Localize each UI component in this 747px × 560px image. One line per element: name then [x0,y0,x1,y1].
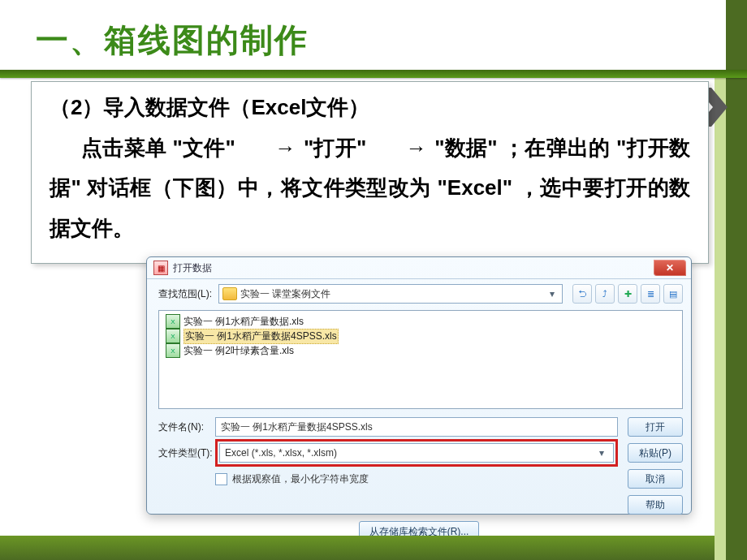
app-glyph: ▦ [158,264,165,273]
instruction-subtitle: （2）导入数据文件（Excel文件） [50,93,690,122]
lookin-value: 实验一 课堂案例文件 [240,287,330,301]
t: "文件" [173,136,235,160]
cancel-button[interactable]: 取消 [628,469,683,489]
filename-input[interactable]: 实验一 例1水稻产量数据4SPSS.xls [215,417,618,437]
t: "Excel" [438,175,513,200]
filetype-highlight: Excel (*.xls, *.xlsx, *.xlsm) ▾ [215,439,618,467]
new-folder-button[interactable]: ✚ [618,284,637,304]
close-button[interactable]: ✕ [654,260,686,276]
close-icon: ✕ [666,262,674,274]
filename-label: 文件名(N): [158,420,215,434]
detail-icon: ▤ [669,289,677,299]
open-button[interactable]: 打开 [628,417,683,437]
arrow-icon: → [374,128,427,168]
list-view-button[interactable]: ≣ [641,284,660,304]
filetype-value: Excel (*.xls, *.xlsx, *.xlsm) [225,447,337,459]
file-name: 实验一 例1水稻产量数据.xls [184,315,304,329]
t: "数据" [434,136,497,160]
toolbar-icons: ⮌ ⤴ ✚ ≣ ▤ [572,284,683,304]
minimize-checkbox[interactable] [215,473,227,485]
details-view-button[interactable]: ▤ [663,284,683,304]
list-icon: ≣ [647,289,654,299]
xls-icon: X [166,314,180,329]
footer-bar [0,536,715,560]
instruction-box: （2）导入数据文件（Excel文件） 点击菜单 "文件" → "打开" → "数… [31,81,709,264]
dialog-title: 打开数据 [173,261,212,275]
folder-icon [222,287,237,300]
lookin-field[interactable]: 实验一 课堂案例文件 ▾ [218,284,563,304]
back-icon: ⮌ [578,289,587,299]
file-name: 实验一 例1水稻产量数据4SPSS.xls [184,329,339,344]
file-item-selected[interactable]: X 实验一 例1水稻产量数据4SPSS.xls [164,329,340,343]
help-button[interactable]: 帮助 [628,495,683,515]
filename-value: 实验一 例1水稻产量数据4SPSS.xls [221,420,373,434]
chevron-down-icon[interactable]: ▾ [595,447,608,459]
xls-icon: X [166,343,180,358]
right-rail-dark [726,0,747,560]
up-folder-button[interactable]: ⤴ [595,284,615,304]
lookin-row: 查找范围(L): 实验一 课堂案例文件 ▾ ⮌ ⤴ ✚ ≣ ▤ [147,279,691,307]
file-item[interactable]: X 实验一 例1水稻产量数据.xls [164,314,305,329]
t: 对话框（下图）中，将文件类型改为 [87,175,430,200]
back-button[interactable]: ⮌ [572,284,592,304]
open-data-dialog: ▦ 打开数据 ✕ 查找范围(L): 实验一 课堂案例文件 ▾ ⮌ ⤴ ✚ ≣ ▤… [146,256,692,515]
file-list[interactable]: X 实验一 例1水稻产量数据.xls X 实验一 例1水稻产量数据4SPSS.x… [158,310,683,409]
t: ；在弹出的 [503,136,610,160]
chevron-down-icon[interactable]: ▾ [546,288,559,299]
filetype-select[interactable]: Excel (*.xls, *.xlsx, *.xlsm) ▾ [219,443,614,463]
xls-icon: X [166,329,180,343]
bottom-area: 文件名(N): 实验一 例1水稻产量数据4SPSS.xls 打开 文件类型(T)… [147,409,691,516]
minimize-label: 根据观察值，最小化字符串宽度 [232,472,369,486]
lookin-label: 查找范围(L): [158,287,212,301]
file-name: 实验一 例2叶绿素含量.xls [184,344,294,358]
up-icon: ⤴ [602,289,607,299]
t: 点击菜单 [81,136,166,160]
filetype-label: 文件类型(T): [158,446,215,460]
plus-icon: ✚ [624,289,632,299]
titlebar: ▦ 打开数据 ✕ [147,257,691,279]
file-item[interactable]: X 实验一 例2叶绿素含量.xls [164,343,296,358]
app-icon: ▦ [153,261,168,275]
arrow-icon: → [243,128,296,168]
slide-title: 一、箱线图的制作 [36,18,309,62]
header-band [0,70,747,78]
paste-button[interactable]: 粘贴(P) [628,443,683,463]
minimize-string-row: 根据观察值，最小化字符串宽度 [158,472,618,486]
t: "打开" [304,136,366,160]
instruction-body: 点击菜单 "文件" → "打开" → "数据" ；在弹出的 "打开数据" 对话框… [50,128,690,248]
right-rail-light [715,70,726,560]
